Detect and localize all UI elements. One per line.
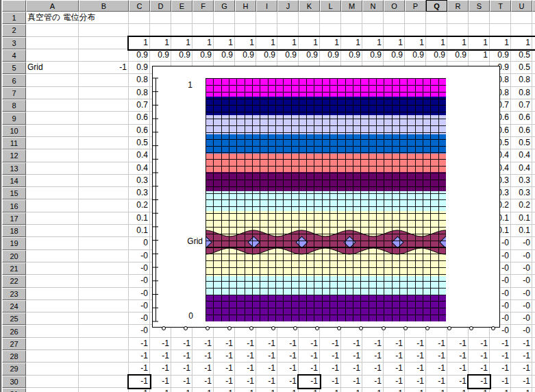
cell-U25[interactable]: -0 [511,313,532,325]
column-header-M[interactable]: M [341,0,362,12]
cell-U1[interactable] [511,12,532,24]
cell-A27[interactable] [26,338,79,350]
cell-S4[interactable]: 1 [469,49,490,62]
cell-U14[interactable]: 0.3 [511,175,532,187]
cell-K4[interactable]: 0.9 [299,49,320,62]
cell-G27[interactable]: -1 [214,338,235,350]
cell-A19[interactable] [26,237,79,249]
row-header-4[interactable]: 4 [2,49,26,62]
cell-B6[interactable] [79,74,129,86]
cell-B25[interactable] [79,313,129,325]
cell-F31[interactable]: -1 [192,388,214,392]
cell-G29[interactable]: -1 [214,363,235,375]
row-header-27[interactable]: 27 [2,338,26,350]
cell-A17[interactable] [26,212,79,225]
cell-A11[interactable] [26,137,79,149]
cell-B17[interactable] [79,212,129,225]
cell-A15[interactable] [26,187,79,199]
cell-C29[interactable]: -1 [129,363,150,375]
cell-H1[interactable] [235,12,256,24]
cell-N1[interactable] [362,12,384,24]
row-header-20[interactable]: 20 [2,250,26,262]
cell-A3[interactable] [26,37,79,49]
column-header-L[interactable]: L [320,0,341,12]
cell-U24[interactable]: -0 [511,300,532,313]
cell-H29[interactable]: -1 [235,363,256,375]
cell-U19[interactable]: -0 [511,237,532,249]
cell-I4[interactable]: 0.9 [256,49,277,62]
cell-L31[interactable]: -1 [320,388,341,392]
cell-K28[interactable]: -1 [299,350,320,363]
cell-B16[interactable] [79,199,129,212]
cell-D2[interactable] [150,24,171,36]
cell-B3[interactable] [79,37,129,49]
cell-U5[interactable]: 0.5 [511,62,532,74]
column-header-sliver[interactable] [532,0,535,12]
cell-T28[interactable]: -1 [490,350,511,363]
cell-Q30[interactable]: -1 [426,376,447,388]
cell-J28[interactable]: -1 [277,350,299,363]
cell-K30[interactable]: -1 [299,376,320,388]
cell-E1[interactable] [171,12,192,24]
cell-J29[interactable]: -1 [277,363,299,375]
cell-N4[interactable]: 0.9 [362,49,384,62]
cell-A9[interactable] [26,112,79,124]
cell-D31[interactable]: -1 [150,388,171,392]
cell-U12[interactable]: 0.4 [511,149,532,162]
cell-H3[interactable]: 1 [235,37,256,49]
cell-S30[interactable]: -1 [469,376,490,388]
cell-B29[interactable] [79,363,129,375]
cell-B15[interactable] [79,187,129,199]
cell-H28[interactable]: -1 [235,350,256,363]
cell-J4[interactable]: 0.9 [277,49,299,62]
row-header-10[interactable]: 10 [2,125,26,137]
cell-F27[interactable]: -1 [192,338,214,350]
cell-N30[interactable]: -1 [362,376,384,388]
cell-U2[interactable] [511,24,532,36]
cell-B5[interactable]: -1 [79,62,129,74]
cell-K3[interactable]: 1 [299,37,320,49]
cell-S29[interactable]: -1 [469,363,490,375]
cell-M30[interactable]: -1 [341,376,362,388]
cell-O30[interactable]: -1 [384,376,405,388]
cell-D27[interactable]: -1 [150,338,171,350]
column-header-J[interactable]: J [277,0,299,12]
cell-E2[interactable] [171,24,192,36]
cell-Q1[interactable] [426,12,447,24]
cell-Q27[interactable]: -1 [426,338,447,350]
row-header-28[interactable]: 28 [2,350,26,363]
cell-A30[interactable] [26,376,79,388]
cell-T1[interactable] [490,12,511,24]
cell-R29[interactable]: -1 [447,363,469,375]
cell-B28[interactable] [79,350,129,363]
column-header-N[interactable]: N [362,0,384,12]
cell-C6[interactable]: 0.8 [129,74,150,86]
cell-B26[interactable] [79,325,129,337]
row-header-5[interactable]: 5 [2,62,26,74]
cell-U18[interactable]: 0.1 [511,225,532,237]
cell-N2[interactable] [362,24,384,36]
cell-C28[interactable]: -1 [129,350,150,363]
cell-B24[interactable] [79,300,129,313]
column-header-G[interactable]: G [214,0,235,12]
cell-U28[interactable]: -1 [511,350,532,363]
cell-G30[interactable]: -1 [214,376,235,388]
cell-C22[interactable]: -0 [129,275,150,287]
cell-M31[interactable]: -1 [341,388,362,392]
cell-P3[interactable]: 1 [405,37,426,49]
cell-B30[interactable] [79,376,129,388]
column-header-I[interactable]: I [256,0,277,12]
cell-L27[interactable]: -1 [320,338,341,350]
cell-P1[interactable] [405,12,426,24]
column-header-B[interactable]: B [79,0,129,12]
cell-M3[interactable]: 1 [341,37,362,49]
cell-S1[interactable] [469,12,490,24]
cell-N29[interactable]: -1 [362,363,384,375]
cell-T27[interactable]: -1 [490,338,511,350]
row-header-26[interactable]: 26 [2,325,26,337]
cell-O27[interactable]: -1 [384,338,405,350]
cell-S28[interactable]: -1 [469,350,490,363]
cell-U11[interactable]: 0.5 [511,137,532,149]
cell-T30[interactable]: -1 [490,376,511,388]
column-header-P[interactable]: P [405,0,426,12]
